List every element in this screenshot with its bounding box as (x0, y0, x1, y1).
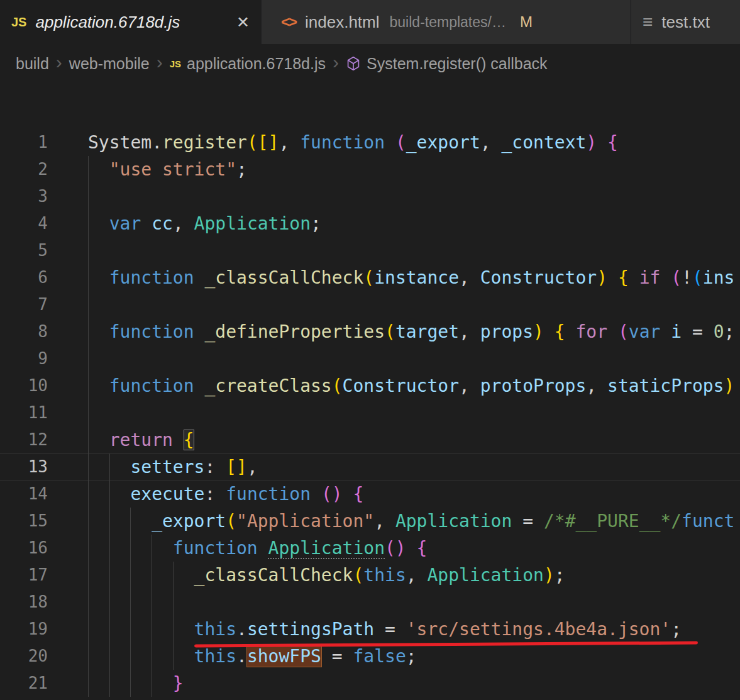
line-number: 16 (0, 535, 48, 562)
indent-guide (130, 508, 131, 535)
indent-guide (173, 643, 174, 670)
tab-application-js[interactable]: JS application.6718d.js ✕ (0, 0, 261, 44)
tab-index-html[interactable]: <> index.html build-templates/… M (262, 0, 630, 44)
chevron-right-icon: › (56, 52, 62, 73)
indent-guide (109, 616, 110, 643)
code-text: _classCallCheck(this, Application); (88, 562, 740, 589)
indent-guide (88, 264, 89, 291)
tab-bar: JS application.6718d.js ✕ <> index.html … (0, 0, 740, 44)
indent-guide (130, 616, 131, 643)
indent-guide (88, 399, 89, 426)
line-number: 6 (0, 264, 48, 291)
javascript-file-icon: JS (170, 58, 181, 69)
code-line[interactable]: 21 } (0, 670, 740, 697)
line-number: 21 (0, 670, 48, 697)
tab-title: test.txt (661, 13, 710, 32)
indent-guide (173, 616, 174, 643)
code-text: var cc, Application; (88, 210, 740, 237)
indent-guide (88, 481, 89, 508)
indent-guide (130, 562, 131, 589)
code-line[interactable]: 7 (0, 291, 740, 318)
code-line[interactable]: 15 _export("Application", Application = … (0, 508, 740, 535)
breadcrumb-item-build[interactable]: build (16, 55, 49, 73)
breadcrumb-item-symbol[interactable]: System.register() callback (367, 55, 548, 73)
indent-guide (88, 670, 89, 697)
line-number: 13 (0, 453, 48, 481)
indent-guide (109, 562, 110, 589)
indent-guide (88, 372, 89, 399)
code-line[interactable]: 19 this.settingsPath = 'src/settings.4be… (0, 616, 740, 643)
code-line[interactable]: 8 function _defineProperties(target, pro… (0, 318, 740, 345)
line-number: 12 (0, 426, 48, 453)
line-number: 10 (0, 372, 48, 399)
indent-guide (88, 535, 89, 562)
tab-title: index.html (305, 13, 380, 32)
code-line[interactable]: 10 function _createClass(Constructor, pr… (0, 372, 740, 399)
indent-guide (173, 562, 174, 589)
tab-test-txt[interactable]: ≡ test.txt (631, 0, 740, 44)
code-line[interactable]: 16 function Application() { (0, 535, 740, 562)
line-number: 17 (0, 562, 48, 589)
line-number: 4 (0, 210, 48, 237)
code-text: this.showFPS = false; (88, 643, 740, 670)
code-line[interactable]: 12 return { (0, 426, 740, 453)
code-line[interactable]: 2 "use strict"; (0, 156, 740, 183)
indent-guide (88, 453, 89, 481)
code-line[interactable]: 1System.register([], function (_export, … (0, 129, 740, 156)
line-number: 15 (0, 508, 48, 535)
line-number: 20 (0, 643, 48, 670)
close-icon[interactable]: ✕ (236, 13, 250, 31)
code-line[interactable]: 14 execute: function () { (0, 481, 740, 508)
indent-guide (88, 589, 89, 616)
indent-guide (152, 535, 152, 562)
line-number: 18 (0, 589, 48, 616)
code-line[interactable]: 18 (0, 589, 740, 616)
code-line[interactable]: 17 _classCallCheck(this, Application); (0, 562, 740, 589)
indent-guide (88, 345, 89, 372)
indent-guide (109, 670, 110, 697)
breadcrumb: build › web-mobile › JS application.6718… (0, 44, 740, 83)
git-modified-badge: M (520, 13, 533, 31)
javascript-file-icon: JS (11, 15, 26, 30)
breadcrumb-item-file[interactable]: application.6718d.js (187, 55, 326, 73)
line-number: 11 (0, 399, 48, 426)
chevron-right-icon: › (157, 52, 163, 73)
code-line[interactable]: 3 (0, 183, 740, 210)
indent-guide (152, 670, 152, 697)
code-text: function _createClass(Constructor, proto… (88, 372, 740, 399)
code-text: execute: function () { (88, 481, 740, 508)
code-text: function Application() { (88, 535, 740, 562)
code-line[interactable]: 13 setters: [], (0, 453, 740, 481)
code-line[interactable]: 4 var cc, Application; (0, 210, 740, 237)
indent-guide (130, 535, 131, 562)
code-line[interactable]: 9 (0, 345, 740, 372)
code-line[interactable]: 6 function _classCallCheck(instance, Con… (0, 264, 740, 291)
line-number: 9 (0, 345, 48, 372)
symbol-module-icon (346, 56, 361, 71)
code-text: _export("Application", Application = /*#… (88, 508, 740, 535)
line-number: 7 (0, 291, 48, 318)
code-line[interactable]: 11 (0, 399, 740, 426)
code-text: System.register([], function (_export, _… (88, 129, 740, 156)
line-number: 3 (0, 183, 48, 210)
indent-guide (88, 643, 89, 670)
indent-guide (152, 643, 152, 670)
indent-guide (88, 237, 89, 264)
indent-guide (152, 562, 152, 589)
indent-guide (152, 589, 152, 616)
code-text: } (88, 670, 740, 697)
code-editor[interactable]: 1System.register([], function (_export, … (0, 83, 740, 700)
breadcrumb-item-web-mobile[interactable]: web-mobile (69, 55, 150, 73)
indent-guide (88, 210, 89, 237)
code-text: this.settingsPath = 'src/settings.4be4a.… (88, 616, 740, 643)
code-line[interactable]: 20 this.showFPS = false; (0, 643, 740, 670)
indent-guide (130, 670, 131, 697)
indent-guide (109, 481, 110, 508)
line-number: 2 (0, 156, 48, 183)
code-line[interactable]: 5 (0, 237, 740, 264)
indent-guide (88, 291, 89, 318)
indent-guide (109, 535, 110, 562)
line-number: 1 (0, 129, 48, 156)
indent-guide (152, 616, 152, 643)
indent-guide (88, 183, 89, 210)
